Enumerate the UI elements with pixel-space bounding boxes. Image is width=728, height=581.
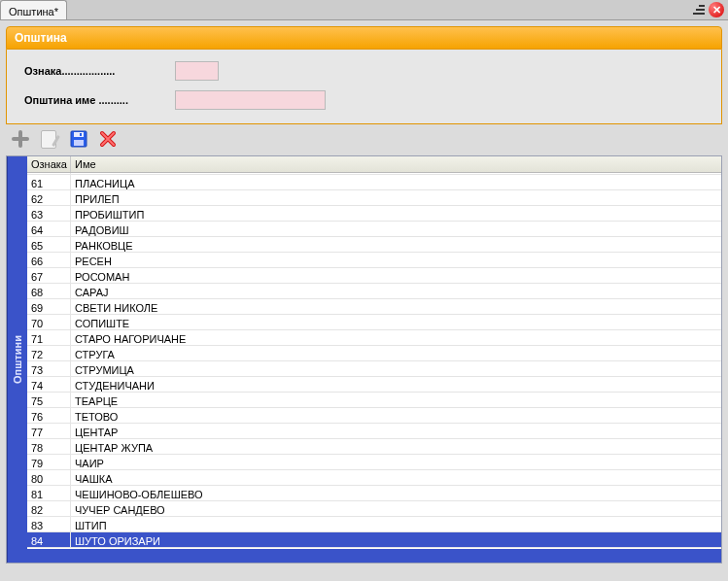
label-code: Ознака..................: [24, 65, 175, 77]
cell-name: ЧУЧЕР САНДЕВО: [71, 501, 721, 516]
table-row[interactable]: 64РАДОВИШ: [27, 222, 721, 237]
cell-name: ЧАИР: [71, 455, 721, 469]
cell-name: ЧЕШИНОВО-ОБЛЕШЕВО: [71, 486, 721, 500]
table-row[interactable]: 70СОПИШТЕ: [27, 315, 721, 330]
panel-title: Општина: [15, 31, 67, 45]
cell-code: 73: [27, 361, 71, 376]
add-button[interactable]: [10, 128, 31, 150]
table-row[interactable]: 77ЦЕНТАР: [27, 424, 721, 439]
toolbar: [0, 124, 728, 154]
close-icon[interactable]: ✕: [709, 2, 724, 17]
name-field[interactable]: [175, 90, 326, 110]
cell-name: ПЕХЧЕВО: [71, 173, 721, 174]
row-code: Ознака..................: [24, 61, 704, 81]
col-head-name[interactable]: Име: [71, 156, 721, 172]
cell-name: РОСОМАН: [71, 268, 721, 283]
table-row[interactable]: 82ЧУЧЕР САНДЕВО: [27, 501, 721, 517]
grid-side-label: Општини: [12, 335, 23, 384]
cell-code: 69: [27, 299, 71, 314]
table-row[interactable]: 69СВЕТИ НИКОЛЕ: [27, 299, 721, 315]
grid-panel: Општини Ознака Име 60ПЕХЧЕВО61ПЛАСНИЦА62…: [6, 155, 722, 564]
grid: Ознака Име 60ПЕХЧЕВО61ПЛАСНИЦА62ПРИЛЕП63…: [27, 156, 721, 563]
cell-code: 80: [27, 470, 71, 485]
label-name: Општина име ..........: [24, 94, 175, 106]
table-row[interactable]: 63ПРОБИШТИП: [27, 206, 721, 222]
form-panel: Ознака.................. Општина име ...…: [6, 50, 722, 124]
cell-code: 60: [27, 173, 71, 174]
col-head-code[interactable]: Ознака: [27, 156, 71, 172]
cell-name: СВЕТИ НИКОЛЕ: [71, 299, 721, 314]
tab-bar: Општина* ✕: [0, 0, 728, 20]
grid-body[interactable]: 60ПЕХЧЕВО61ПЛАСНИЦА62ПРИЛЕП63ПРОБИШТИП64…: [27, 173, 721, 549]
save-icon: [70, 130, 87, 148]
cell-code: 84: [27, 532, 71, 547]
cell-code: 66: [27, 253, 71, 267]
cell-name: СТАРО НАГОРИЧАНЕ: [71, 330, 721, 345]
tab-title: Општина*: [9, 6, 58, 17]
table-row[interactable]: 79ЧАИР: [27, 455, 721, 470]
cell-code: 81: [27, 486, 71, 500]
save-button[interactable]: [68, 128, 89, 150]
cell-name: СТРУГА: [71, 346, 721, 360]
table-row[interactable]: 80ЧАШКА: [27, 470, 721, 486]
table-row[interactable]: 61ПЛАСНИЦА: [27, 175, 721, 190]
delete-button[interactable]: [97, 128, 119, 150]
cell-code: 78: [27, 439, 71, 454]
table-row[interactable]: 68САРАЈ: [27, 284, 721, 299]
cell-name: ТЕАРЦЕ: [71, 393, 721, 407]
cell-code: 76: [27, 408, 71, 423]
grid-footer: [27, 549, 721, 563]
table-row[interactable]: 67РОСОМАН: [27, 268, 721, 284]
tab-controls: ✕: [693, 0, 728, 19]
cell-code: 61: [27, 175, 71, 189]
cell-code: 75: [27, 393, 71, 407]
table-row[interactable]: 73СТРУМИЦА: [27, 361, 721, 377]
cell-name: ЧАШКА: [71, 470, 721, 485]
cell-name: РАНКОВЦЕ: [71, 237, 721, 252]
cell-code: 62: [27, 190, 71, 205]
cell-code: 68: [27, 284, 71, 298]
cell-code: 83: [27, 517, 71, 531]
cell-code: 65: [27, 237, 71, 252]
table-row[interactable]: 81ЧЕШИНОВО-ОБЛЕШЕВО: [27, 486, 721, 501]
cell-name: ПРОБИШТИП: [71, 206, 721, 221]
cell-name: САРАЈ: [71, 284, 721, 298]
svg-rect-1: [74, 132, 84, 137]
code-field[interactable]: [175, 61, 219, 81]
cell-name: СОПИШТЕ: [71, 315, 721, 329]
cell-code: 74: [27, 377, 71, 392]
cell-name: ПРИЛЕП: [71, 190, 721, 205]
cell-name: РЕСЕН: [71, 253, 721, 267]
menu-icon[interactable]: [693, 5, 705, 15]
cell-name: СТРУМИЦА: [71, 361, 721, 376]
cell-name: СТУДЕНИЧАНИ: [71, 377, 721, 392]
table-row[interactable]: 71СТАРО НАГОРИЧАНЕ: [27, 330, 721, 346]
cell-code: 77: [27, 424, 71, 438]
cell-name: ШТИП: [71, 517, 721, 531]
cell-name: РАДОВИШ: [71, 222, 721, 236]
table-row[interactable]: 62ПРИЛЕП: [27, 190, 721, 206]
grid-side-tab[interactable]: Општини: [7, 156, 27, 563]
delete-icon: [99, 130, 117, 148]
table-row[interactable]: 75ТЕАРЦЕ: [27, 393, 721, 408]
panel-header: Општина: [6, 26, 722, 50]
table-row[interactable]: 74СТУДЕНИЧАНИ: [27, 377, 721, 393]
edit-button[interactable]: [39, 128, 60, 150]
table-row[interactable]: 66РЕСЕН: [27, 253, 721, 268]
table-row[interactable]: 72СТРУГА: [27, 346, 721, 361]
table-row[interactable]: 83ШТИП: [27, 517, 721, 532]
cell-code: 71: [27, 330, 71, 345]
cell-code: 67: [27, 268, 71, 283]
table-row[interactable]: 78ЦЕНТАР ЖУПА: [27, 439, 721, 455]
table-row[interactable]: 76ТЕТОВО: [27, 408, 721, 424]
tab-municipality[interactable]: Општина*: [0, 0, 67, 19]
row-name: Општина име ..........: [24, 90, 704, 110]
app-window: { "tab": { "title": "Општина*" }, "heade…: [0, 0, 728, 581]
svg-rect-3: [80, 133, 82, 136]
cell-code: 72: [27, 346, 71, 360]
edit-icon: [41, 130, 58, 148]
table-row[interactable]: 65РАНКОВЦЕ: [27, 237, 721, 253]
cell-code: 82: [27, 501, 71, 516]
grid-header: Ознака Име: [27, 156, 721, 173]
table-row[interactable]: 84ШУТО ОРИЗАРИ: [27, 532, 721, 548]
